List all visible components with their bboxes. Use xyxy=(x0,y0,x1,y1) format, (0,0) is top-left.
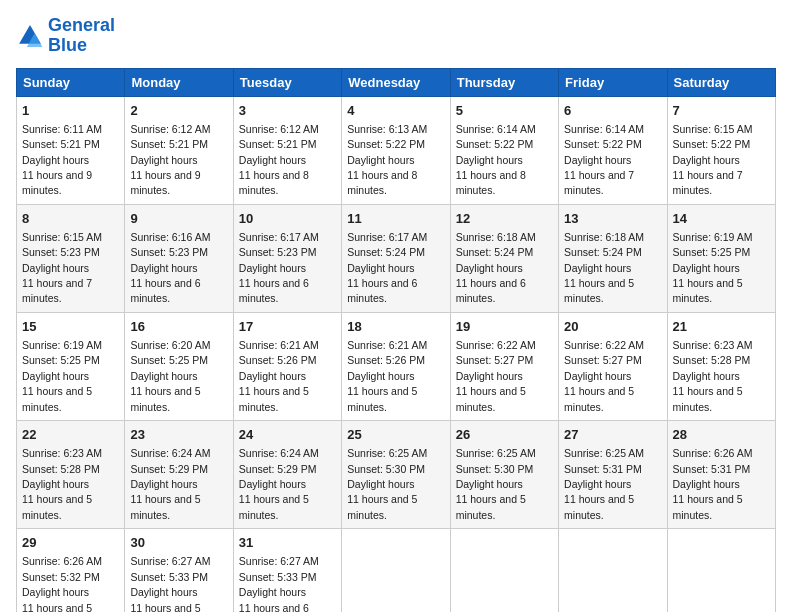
header-monday: Monday xyxy=(125,68,233,96)
daylight-label: Daylight hours xyxy=(564,370,631,382)
sunset-text: Sunset: 5:21 PM xyxy=(22,138,100,150)
sunset-text: Sunset: 5:22 PM xyxy=(564,138,642,150)
logo-text: GeneralBlue xyxy=(48,16,115,56)
daylight-label: Daylight hours xyxy=(347,370,414,382)
sunset-text: Sunset: 5:23 PM xyxy=(22,246,100,258)
sunrise-text: Sunrise: 6:24 AM xyxy=(130,447,210,459)
daylight-label: Daylight hours xyxy=(564,478,631,490)
sunset-text: Sunset: 5:21 PM xyxy=(130,138,208,150)
sunset-text: Sunset: 5:29 PM xyxy=(130,463,208,475)
sunrise-text: Sunrise: 6:15 AM xyxy=(22,231,102,243)
sunset-text: Sunset: 5:22 PM xyxy=(673,138,751,150)
daylight-value: 11 hours and 8 minutes. xyxy=(456,169,526,196)
day-number: 27 xyxy=(564,426,661,444)
daylight-label: Daylight hours xyxy=(347,154,414,166)
logo: GeneralBlue xyxy=(16,16,115,56)
calendar-cell: 3Sunrise: 6:12 AMSunset: 5:21 PMDaylight… xyxy=(233,96,341,204)
daylight-label: Daylight hours xyxy=(456,370,523,382)
calendar-cell: 21Sunrise: 6:23 AMSunset: 5:28 PMDayligh… xyxy=(667,312,775,420)
calendar-cell: 19Sunrise: 6:22 AMSunset: 5:27 PMDayligh… xyxy=(450,312,558,420)
calendar-cell: 22Sunrise: 6:23 AMSunset: 5:28 PMDayligh… xyxy=(17,421,125,529)
daylight-label: Daylight hours xyxy=(456,154,523,166)
calendar-cell: 6Sunrise: 6:14 AMSunset: 5:22 PMDaylight… xyxy=(559,96,667,204)
sunrise-text: Sunrise: 6:25 AM xyxy=(564,447,644,459)
day-number: 4 xyxy=(347,102,444,120)
sunrise-text: Sunrise: 6:18 AM xyxy=(564,231,644,243)
sunset-text: Sunset: 5:27 PM xyxy=(456,354,534,366)
calendar-cell: 13Sunrise: 6:18 AMSunset: 5:24 PMDayligh… xyxy=(559,204,667,312)
daylight-label: Daylight hours xyxy=(456,262,523,274)
day-number: 7 xyxy=(673,102,770,120)
calendar-cell xyxy=(667,529,775,612)
day-number: 5 xyxy=(456,102,553,120)
calendar-cell: 1Sunrise: 6:11 AMSunset: 5:21 PMDaylight… xyxy=(17,96,125,204)
daylight-value: 11 hours and 5 minutes. xyxy=(22,602,92,612)
sunset-text: Sunset: 5:23 PM xyxy=(239,246,317,258)
daylight-label: Daylight hours xyxy=(130,262,197,274)
daylight-value: 11 hours and 5 minutes. xyxy=(456,493,526,520)
calendar-cell: 12Sunrise: 6:18 AMSunset: 5:24 PMDayligh… xyxy=(450,204,558,312)
sunset-text: Sunset: 5:31 PM xyxy=(564,463,642,475)
daylight-label: Daylight hours xyxy=(22,370,89,382)
day-number: 18 xyxy=(347,318,444,336)
day-number: 12 xyxy=(456,210,553,228)
calendar-header-row: SundayMondayTuesdayWednesdayThursdayFrid… xyxy=(17,68,776,96)
sunset-text: Sunset: 5:22 PM xyxy=(456,138,534,150)
header-saturday: Saturday xyxy=(667,68,775,96)
daylight-value: 11 hours and 5 minutes. xyxy=(22,385,92,412)
daylight-value: 11 hours and 9 minutes. xyxy=(22,169,92,196)
day-number: 21 xyxy=(673,318,770,336)
sunset-text: Sunset: 5:30 PM xyxy=(347,463,425,475)
calendar-week-row: 1Sunrise: 6:11 AMSunset: 5:21 PMDaylight… xyxy=(17,96,776,204)
daylight-label: Daylight hours xyxy=(564,154,631,166)
sunrise-text: Sunrise: 6:27 AM xyxy=(130,555,210,567)
day-number: 31 xyxy=(239,534,336,552)
daylight-value: 11 hours and 5 minutes. xyxy=(347,385,417,412)
day-number: 25 xyxy=(347,426,444,444)
calendar-week-row: 29Sunrise: 6:26 AMSunset: 5:32 PMDayligh… xyxy=(17,529,776,612)
calendar-table: SundayMondayTuesdayWednesdayThursdayFrid… xyxy=(16,68,776,612)
daylight-value: 11 hours and 5 minutes. xyxy=(564,277,634,304)
calendar-cell: 4Sunrise: 6:13 AMSunset: 5:22 PMDaylight… xyxy=(342,96,450,204)
daylight-label: Daylight hours xyxy=(130,478,197,490)
calendar-cell: 16Sunrise: 6:20 AMSunset: 5:25 PMDayligh… xyxy=(125,312,233,420)
daylight-label: Daylight hours xyxy=(564,262,631,274)
sunset-text: Sunset: 5:32 PM xyxy=(22,571,100,583)
day-number: 14 xyxy=(673,210,770,228)
daylight-value: 11 hours and 8 minutes. xyxy=(347,169,417,196)
calendar-cell: 25Sunrise: 6:25 AMSunset: 5:30 PMDayligh… xyxy=(342,421,450,529)
calendar-cell: 8Sunrise: 6:15 AMSunset: 5:23 PMDaylight… xyxy=(17,204,125,312)
day-number: 3 xyxy=(239,102,336,120)
sunrise-text: Sunrise: 6:26 AM xyxy=(22,555,102,567)
day-number: 11 xyxy=(347,210,444,228)
sunrise-text: Sunrise: 6:21 AM xyxy=(239,339,319,351)
daylight-value: 11 hours and 7 minutes. xyxy=(22,277,92,304)
daylight-label: Daylight hours xyxy=(130,586,197,598)
day-number: 1 xyxy=(22,102,119,120)
calendar-cell: 18Sunrise: 6:21 AMSunset: 5:26 PMDayligh… xyxy=(342,312,450,420)
daylight-label: Daylight hours xyxy=(347,478,414,490)
sunrise-text: Sunrise: 6:23 AM xyxy=(673,339,753,351)
calendar-cell: 28Sunrise: 6:26 AMSunset: 5:31 PMDayligh… xyxy=(667,421,775,529)
sunrise-text: Sunrise: 6:14 AM xyxy=(456,123,536,135)
calendar-cell xyxy=(342,529,450,612)
day-number: 22 xyxy=(22,426,119,444)
calendar-cell: 20Sunrise: 6:22 AMSunset: 5:27 PMDayligh… xyxy=(559,312,667,420)
sunrise-text: Sunrise: 6:20 AM xyxy=(130,339,210,351)
daylight-label: Daylight hours xyxy=(130,370,197,382)
daylight-label: Daylight hours xyxy=(347,262,414,274)
daylight-value: 11 hours and 8 minutes. xyxy=(239,169,309,196)
day-number: 23 xyxy=(130,426,227,444)
sunset-text: Sunset: 5:24 PM xyxy=(456,246,534,258)
sunrise-text: Sunrise: 6:15 AM xyxy=(673,123,753,135)
daylight-label: Daylight hours xyxy=(673,478,740,490)
sunrise-text: Sunrise: 6:25 AM xyxy=(456,447,536,459)
calendar-cell: 10Sunrise: 6:17 AMSunset: 5:23 PMDayligh… xyxy=(233,204,341,312)
calendar-cell xyxy=(559,529,667,612)
header-friday: Friday xyxy=(559,68,667,96)
calendar-cell: 31Sunrise: 6:27 AMSunset: 5:33 PMDayligh… xyxy=(233,529,341,612)
sunset-text: Sunset: 5:24 PM xyxy=(347,246,425,258)
sunrise-text: Sunrise: 6:21 AM xyxy=(347,339,427,351)
sunrise-text: Sunrise: 6:27 AM xyxy=(239,555,319,567)
header-wednesday: Wednesday xyxy=(342,68,450,96)
